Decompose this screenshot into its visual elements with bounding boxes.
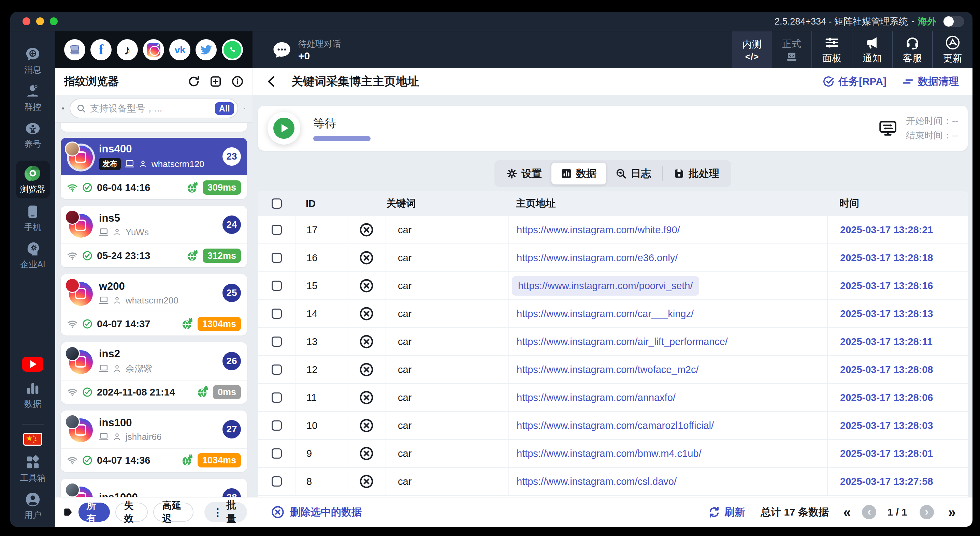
sidebar-item-toolbox[interactable]: 工具箱 <box>20 455 46 484</box>
row-homepage-url-selected[interactable]: https://www.instagram.com/poorvi_seth/ <box>512 276 699 296</box>
back-icon[interactable] <box>265 74 278 89</box>
row-homepage-url[interactable]: https://www.instagram.com/csl.davo/ <box>517 476 677 487</box>
tab-data-active[interactable]: 数据 <box>551 163 606 184</box>
language-flag-china[interactable]: ★ ★ ★ ★ ★ <box>23 433 42 446</box>
search-box[interactable]: All <box>70 98 238 118</box>
prev-page-button[interactable]: ‹ <box>862 505 876 519</box>
refresh-table-button[interactable]: 刷新 <box>708 505 745 519</box>
sidebar-item-youtube[interactable] <box>22 357 43 372</box>
maximize-window-button[interactable] <box>50 17 58 25</box>
delete-selected-button[interactable]: 删除选中的数据 <box>271 505 362 519</box>
circle-x-icon[interactable] <box>359 278 374 293</box>
panel-button[interactable]: 面板 <box>811 32 852 68</box>
task-rpa-link[interactable]: 任务[RPA] <box>823 75 886 89</box>
row-checkbox[interactable] <box>272 476 282 487</box>
row-checkbox[interactable] <box>272 253 282 263</box>
profile-card-ins1000[interactable]: ins1000 28 <box>61 479 247 497</box>
search-input[interactable] <box>90 103 211 114</box>
select-all-checkbox[interactable] <box>272 198 282 209</box>
row-checkbox[interactable] <box>272 281 282 291</box>
circle-x-icon[interactable] <box>359 446 374 461</box>
platform-computer-button[interactable] <box>64 39 85 60</box>
row-checkbox[interactable] <box>272 336 282 347</box>
row-homepage-url[interactable]: https://www.instagram.com/twoface_m2c/ <box>517 364 698 376</box>
platform-instagram-button[interactable] <box>143 39 164 60</box>
platform-tiktok-button[interactable]: ♪ <box>117 39 138 60</box>
minimize-window-button[interactable] <box>36 17 44 25</box>
table-row[interactable]: 16 car https://www.instagram.com/e36.onl… <box>258 244 968 272</box>
table-row[interactable]: 8 car https://www.instagram.com/csl.davo… <box>258 468 968 496</box>
row-homepage-url[interactable]: https://www.instagram.com/annaxfo/ <box>517 392 676 403</box>
sidebar-item-data[interactable]: 数据 <box>24 381 41 409</box>
profile-card-ins2[interactable]: ins2 余潔紫 26 <box>61 343 247 404</box>
profile-card-ins400[interactable]: ins400 发布 whatscrm120 23 <box>61 138 247 199</box>
circle-x-icon[interactable] <box>359 362 374 377</box>
circle-x-icon[interactable] <box>359 474 374 489</box>
first-page-button[interactable]: « <box>843 504 850 520</box>
filter-invalid-pill[interactable]: 失效 <box>115 503 148 522</box>
theme-toggle[interactable] <box>943 16 964 27</box>
filter-all-pill[interactable]: 所有 <box>78 503 110 522</box>
support-button[interactable]: 客服 <box>892 32 932 68</box>
filter-all-badge[interactable]: All <box>215 102 234 115</box>
row-homepage-url[interactable]: https://www.instagram.com/air_lift_perfo… <box>517 336 728 347</box>
tag-icon[interactable] <box>63 506 73 519</box>
row-homepage-url[interactable]: https://www.instagram.com/white.f90/ <box>517 224 680 236</box>
profile-card-w200[interactable]: w200 whatscrm200 25 <box>61 274 247 336</box>
profile-card-ins5[interactable]: ins5 YuWs 24 <box>61 206 247 267</box>
notify-button[interactable]: 通知 <box>852 32 892 68</box>
row-checkbox[interactable] <box>272 365 282 375</box>
row-checkbox[interactable] <box>272 225 282 235</box>
add-profile-icon[interactable] <box>210 75 222 88</box>
circle-x-icon[interactable] <box>359 418 374 433</box>
data-clean-link[interactable]: 数据清理 <box>902 75 959 89</box>
sidebar-item-enterprise-ai[interactable]: 企业AI <box>20 241 45 270</box>
sort-icon[interactable] <box>243 102 246 114</box>
monitor-settings-icon[interactable] <box>879 119 897 137</box>
sidebar-item-phone[interactable]: 手机 <box>24 204 41 233</box>
table-row[interactable]: 14 car https://www.instagram.com/car___k… <box>258 300 968 328</box>
sidebar-item-messages[interactable]: 消息 <box>24 46 41 75</box>
table-row[interactable]: 10 car https://www.instagram.com/camaroz… <box>258 412 968 440</box>
sidebar-item-group-control[interactable]: 群控 <box>24 84 41 113</box>
sidebar-item-account-nurturing[interactable]: 养号 <box>24 121 41 150</box>
platform-facebook-button[interactable]: f <box>91 39 111 60</box>
refresh-icon[interactable] <box>188 75 200 88</box>
pending-dialogs[interactable]: 待处理对话 +0 <box>272 38 341 62</box>
row-homepage-url[interactable]: https://www.instagram.com/e36.only/ <box>517 252 678 263</box>
env-beta-button[interactable]: 内测 </> <box>732 32 772 68</box>
row-homepage-url[interactable]: https://www.instagram.com/bmw.m4.c1ub/ <box>517 448 702 459</box>
play-button[interactable] <box>273 117 294 139</box>
table-row[interactable]: 13 car https://www.instagram.com/air_lif… <box>258 328 968 356</box>
platform-twitter-button[interactable] <box>196 39 217 60</box>
circle-x-icon[interactable] <box>359 390 374 405</box>
tab-batch-process[interactable]: 批处理 <box>664 163 729 184</box>
platform-whatsapp-button[interactable] <box>222 39 243 60</box>
update-button[interactable]: 更新 <box>932 32 972 68</box>
circle-x-icon[interactable] <box>359 222 374 237</box>
circle-x-icon[interactable] <box>359 334 374 349</box>
grid-view-icon[interactable] <box>62 103 64 114</box>
table-row[interactable]: 11 car https://www.instagram.com/annaxfo… <box>258 384 968 412</box>
row-checkbox[interactable] <box>272 420 282 431</box>
row-checkbox[interactable] <box>272 392 282 403</box>
filter-high-latency-pill[interactable]: 高延迟 <box>153 503 194 522</box>
batch-button[interactable]: ⋮ 批量 <box>204 502 247 522</box>
table-row[interactable]: 12 car https://www.instagram.com/twoface… <box>258 356 968 384</box>
close-window-button[interactable] <box>22 17 30 25</box>
row-checkbox[interactable] <box>272 309 282 319</box>
tab-logs[interactable]: 日志 <box>606 163 660 184</box>
sidebar-item-browser-active[interactable]: 浏览器 <box>16 160 50 198</box>
circle-x-icon[interactable] <box>359 250 374 265</box>
row-homepage-url[interactable]: https://www.instagram.com/car___kingz/ <box>517 308 694 319</box>
info-icon[interactable] <box>231 75 243 88</box>
table-row[interactable]: 17 car https://www.instagram.com/white.f… <box>258 216 968 244</box>
table-row-highlighted[interactable]: 15 car https://www.instagram.com/poorvi_… <box>258 272 968 300</box>
profile-card-ins100[interactable]: ins100 jshhair66 27 <box>61 411 247 472</box>
platform-vk-button[interactable]: vk <box>169 39 190 60</box>
next-page-button[interactable]: › <box>920 505 934 519</box>
row-checkbox[interactable] <box>272 448 282 458</box>
circle-x-icon[interactable] <box>359 306 374 321</box>
env-release-button[interactable]: 正式 <box>772 32 811 68</box>
tab-settings[interactable]: 设置 <box>497 163 551 184</box>
